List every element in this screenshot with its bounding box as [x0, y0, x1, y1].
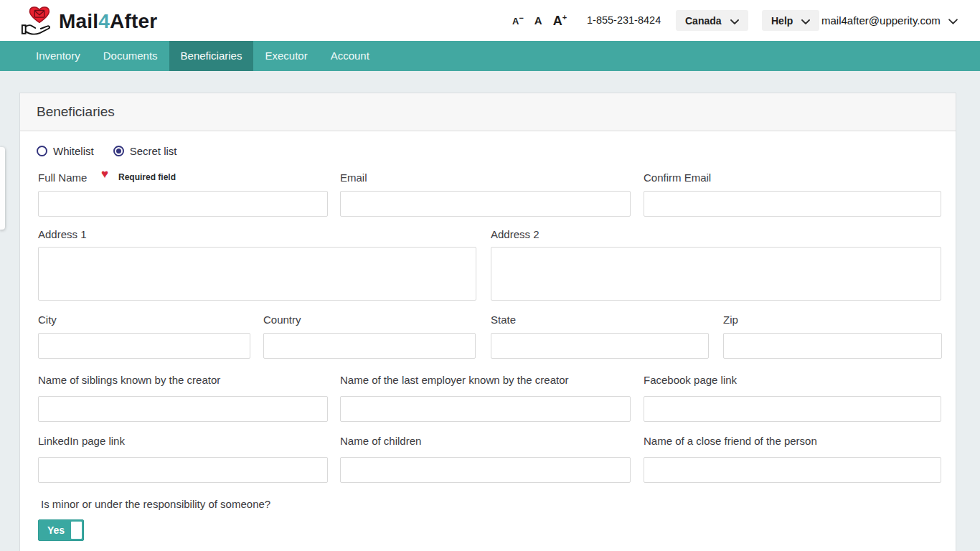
country-input[interactable]	[263, 333, 476, 359]
children-input[interactable]	[340, 457, 631, 483]
chevron-down-icon	[730, 15, 739, 27]
font-smaller-button[interactable]: A−	[512, 14, 524, 27]
state-label: State	[491, 314, 709, 326]
help-menu[interactable]: Help	[762, 10, 819, 31]
radio-unchecked-icon	[37, 146, 47, 156]
beneficiaries-card: Beneficiaries Whitelist Secret list Full…	[19, 93, 956, 551]
confirm-email-input[interactable]	[644, 191, 941, 217]
confirm-email-label: Confirm Email	[644, 171, 711, 184]
full-name-label: Full Name	[38, 171, 87, 184]
zip-label: Zip	[723, 314, 942, 326]
radio-whitelist-label: Whitelist	[53, 145, 94, 157]
siblings-input[interactable]	[38, 396, 328, 422]
radio-checked-icon	[113, 146, 124, 156]
nav-item-beneficiaries[interactable]: Beneficiaries	[169, 41, 254, 71]
support-phone-number: 1-855-231-8424	[587, 0, 661, 41]
nav-item-account[interactable]: Account	[319, 41, 381, 71]
address2-textarea[interactable]	[491, 247, 941, 301]
last-employer-label: Name of the last employer known by the c…	[340, 374, 569, 386]
state-input[interactable]	[491, 333, 709, 359]
nav-item-inventory[interactable]: Inventory	[24, 41, 92, 71]
page-title: Beneficiaries	[37, 104, 115, 120]
minor-toggle[interactable]: Yes	[38, 519, 84, 541]
list-type-radio-group: Whitelist Secret list	[37, 145, 177, 157]
email-label: Email	[340, 171, 367, 184]
facebook-label: Facebook page link	[644, 374, 737, 386]
nav-item-documents[interactable]: Documents	[92, 41, 169, 71]
logo-wordmark: Mail4After	[59, 10, 157, 33]
close-friend-label: Name of a close friend of the person	[644, 435, 817, 447]
address1-label: Address 1	[38, 228, 476, 240]
top-header: Mail4After A− A A+ 1-855-231-8424 Canada…	[0, 0, 980, 41]
hand-heart-mail-logo-icon	[20, 4, 56, 39]
city-label: City	[38, 314, 250, 326]
font-size-controls: A− A A+	[512, 0, 567, 41]
chevron-down-icon	[948, 14, 958, 27]
chevron-down-icon	[801, 15, 810, 27]
address2-label: Address 2	[491, 228, 941, 240]
last-employer-input[interactable]	[340, 396, 631, 422]
address1-textarea[interactable]	[38, 247, 476, 301]
required-heart-icon: ♥	[101, 168, 108, 180]
radio-secret-list-label: Secret list	[130, 145, 177, 157]
radio-whitelist[interactable]: Whitelist	[37, 145, 94, 157]
app-logo[interactable]: Mail4After	[20, 4, 157, 39]
minor-question-label: Is minor or under the responsibility of …	[41, 498, 270, 510]
country-select[interactable]: Canada	[676, 10, 748, 31]
account-menu[interactable]: mail4after@upperity.com	[821, 0, 958, 41]
card-header: Beneficiaries	[20, 93, 956, 131]
font-larger-button[interactable]: A+	[553, 13, 567, 29]
nav-item-executor[interactable]: Executor	[253, 41, 319, 71]
siblings-label: Name of siblings known by the creator	[38, 374, 220, 386]
minor-toggle-state: Yes	[47, 520, 65, 540]
city-input[interactable]	[38, 333, 250, 359]
close-friend-input[interactable]	[644, 457, 941, 483]
country-label: Country	[263, 314, 476, 326]
linkedin-label: LinkedIn page link	[38, 435, 125, 447]
linkedin-input[interactable]	[38, 457, 328, 483]
facebook-input[interactable]	[644, 396, 941, 422]
toggle-knob	[71, 522, 82, 539]
children-label: Name of children	[340, 435, 421, 447]
required-field-note: Required field	[118, 172, 176, 182]
side-drawer-handle[interactable]	[0, 147, 5, 230]
email-input[interactable]	[340, 191, 631, 217]
zip-input[interactable]	[723, 333, 942, 359]
font-normal-button[interactable]: A	[534, 14, 542, 27]
main-nav: Inventory Documents Beneficiaries Execut…	[0, 41, 980, 71]
radio-secret-list[interactable]: Secret list	[113, 145, 177, 157]
account-email: mail4after@upperity.com	[821, 14, 941, 27]
full-name-input[interactable]	[38, 191, 328, 217]
